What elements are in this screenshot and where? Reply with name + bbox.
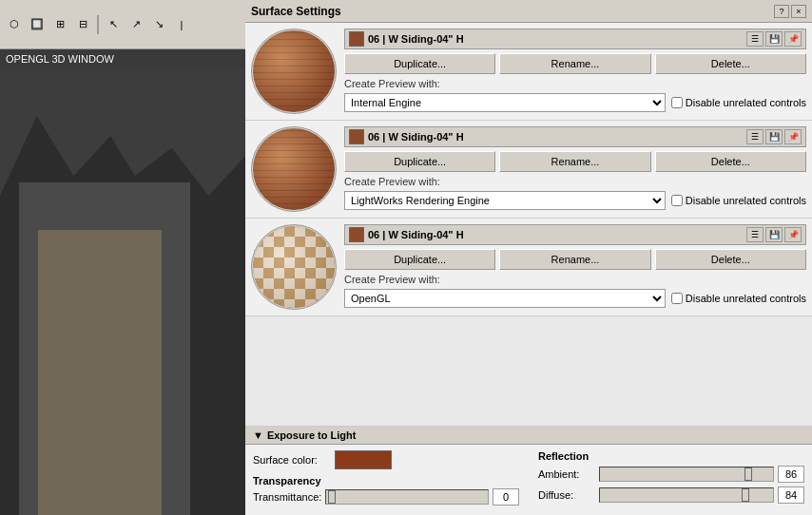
surface-name-1: 06 | W Siding-04" H — [368, 33, 464, 45]
pin-icon-1[interactable]: 📌 — [784, 31, 802, 47]
toolbar-btn-5[interactable]: ↖ — [103, 14, 124, 35]
surface-color-swatch[interactable] — [335, 450, 392, 469]
surface-item-3: 06 | W Siding-04" H ☰ 💾 📌 Duplicate... R… — [245, 219, 812, 316]
preview-row-3: Create Preview with: — [344, 274, 806, 285]
save-icon-3[interactable]: 💾 — [765, 227, 783, 242]
toolbar-btn-7[interactable]: ↘ — [148, 14, 169, 35]
duplicate-btn-2[interactable]: Duplicate... — [344, 151, 495, 172]
menu-icon-1[interactable]: ☰ — [746, 31, 764, 47]
surface-name-group-3: 06 | W Siding-04" H — [349, 227, 464, 242]
transmittance-value[interactable]: 0 — [493, 488, 519, 505]
engine-select-3[interactable]: Internal Engine LightWorks Rendering Eng… — [344, 289, 666, 308]
color-swatch-3[interactable] — [349, 227, 364, 242]
disable-checkbox-1[interactable] — [671, 97, 683, 108]
save-icon-2[interactable]: 💾 — [765, 129, 783, 144]
pin-icon-2[interactable]: 📌 — [784, 129, 802, 144]
viewport — [0, 68, 245, 515]
toolbar-btn-1[interactable]: ⬡ — [4, 14, 25, 35]
toolbar-btn-4[interactable]: ⊟ — [72, 14, 93, 35]
surface-preview-2 — [251, 126, 337, 212]
reflection-label: Reflection — [538, 450, 804, 462]
sphere-wood-2 — [253, 128, 335, 210]
transmittance-thumb[interactable] — [328, 490, 336, 504]
toolbar-btn-8[interactable]: | — [171, 14, 192, 35]
surface-controls-3: 06 | W Siding-04" H ☰ 💾 📌 Duplicate... R… — [344, 224, 806, 310]
help-button[interactable]: ? — [774, 5, 789, 18]
color-swatch-1[interactable] — [349, 31, 364, 47]
title-bar-controls: ? × — [774, 5, 806, 18]
close-button[interactable]: × — [791, 5, 806, 18]
diffuse-label: Diffuse: — [538, 489, 595, 501]
transmittance-row: Transmittance: 0 — [253, 488, 519, 505]
menu-icon-3[interactable]: ☰ — [746, 227, 764, 242]
header-icons-1: ☰ 💾 📌 — [746, 31, 802, 47]
exposure-content: Surface color: Transparency Transmittanc… — [245, 445, 812, 515]
building-trim — [38, 230, 162, 515]
separator-1 — [97, 15, 99, 34]
transmittance-slider[interactable] — [325, 489, 489, 505]
diffuse-value[interactable]: 84 — [778, 486, 804, 504]
disable-label-1: Disable unrelated controls — [686, 97, 806, 108]
title-bar-title: Surface Settings — [251, 5, 341, 18]
exposure-header[interactable]: ▼ Exposure to Light — [245, 427, 812, 445]
transparency-label: Transparency — [253, 475, 519, 486]
disable-label-2: Disable unrelated controls — [686, 195, 806, 206]
transmittance-label: Transmittance: — [253, 491, 321, 503]
diffuse-thumb[interactable] — [742, 488, 749, 502]
engine-row-3: Internal Engine LightWorks Rendering Eng… — [344, 289, 806, 308]
rename-btn-3[interactable]: Rename... — [499, 249, 650, 270]
preview-row-1: Create Preview with: — [344, 78, 806, 89]
bottom-panel: ▼ Exposure to Light Surface color: Trans… — [245, 426, 812, 515]
color-swatch-2[interactable] — [349, 129, 364, 144]
surface-controls-1: 06 | W Siding-04" H ☰ 💾 📌 Duplicate... R… — [344, 29, 806, 114]
preview-label-3: Create Preview with: — [344, 274, 440, 285]
duplicate-btn-3[interactable]: Duplicate... — [344, 249, 495, 270]
surface-controls-2: 06 | W Siding-04" H ☰ 💾 📌 Duplicate... R… — [344, 126, 806, 212]
toolbar-btn-2[interactable]: 🔲 — [27, 14, 48, 35]
collapse-arrow-icon: ▼ — [253, 429, 263, 441]
btn-row-3: Duplicate... Rename... Delete... — [344, 249, 806, 270]
rename-btn-2[interactable]: Rename... — [499, 151, 650, 172]
menu-icon-2[interactable]: ☰ — [746, 129, 764, 144]
pin-icon-3[interactable]: 📌 — [784, 227, 802, 242]
ambient-value[interactable]: 86 — [778, 466, 804, 483]
duplicate-btn-1[interactable]: Duplicate... — [344, 53, 495, 74]
exposure-title: Exposure to Light — [267, 429, 357, 441]
surface-name-2: 06 | W Siding-04" H — [368, 131, 464, 143]
surface-name-group-1: 06 | W Siding-04" H — [349, 31, 464, 47]
surface-preview-1 — [251, 29, 337, 114]
preview-row-2: Create Preview with: — [344, 176, 806, 187]
disable-checkbox-2[interactable] — [671, 195, 683, 206]
toolbar-btn-6[interactable]: ↗ — [126, 14, 146, 35]
surface-name-group-2: 06 | W Siding-04" H — [349, 129, 464, 144]
ambient-label: Ambient: — [538, 468, 595, 480]
header-icons-2: ☰ 💾 📌 — [746, 129, 802, 144]
disable-checkbox-3[interactable] — [671, 293, 683, 304]
surfaces-list: 06 | W Siding-04" H ☰ 💾 📌 Duplicate... R… — [245, 23, 812, 426]
engine-select-2[interactable]: Internal Engine LightWorks Rendering Eng… — [344, 191, 666, 210]
diffuse-row: Diffuse: 84 — [538, 486, 804, 504]
surface-item-1: 06 | W Siding-04" H ☰ 💾 📌 Duplicate... R… — [245, 23, 812, 121]
surface-header-3: 06 | W Siding-04" H ☰ 💾 📌 — [344, 224, 806, 245]
toolbar-btn-3[interactable]: ⊞ — [49, 14, 70, 35]
delete-btn-3[interactable]: Delete... — [655, 249, 806, 270]
engine-row-1: Internal Engine LightWorks Rendering Eng… — [344, 93, 806, 112]
btn-row-2: Duplicate... Rename... Delete... — [344, 151, 806, 172]
ambient-thumb[interactable] — [744, 467, 752, 481]
delete-btn-2[interactable]: Delete... — [655, 151, 806, 172]
ambient-slider[interactable] — [599, 467, 774, 482]
rename-btn-1[interactable]: Rename... — [499, 53, 650, 74]
surface-preview-3 — [251, 224, 337, 310]
btn-row-1: Duplicate... Rename... Delete... — [344, 53, 806, 74]
engine-select-1[interactable]: Internal Engine LightWorks Rendering Eng… — [344, 93, 666, 112]
surface-header-1: 06 | W Siding-04" H ☰ 💾 📌 — [344, 29, 806, 49]
left-panel: ⬡ 🔲 ⊞ ⊟ ↖ ↗ ↘ | OPENGL 3D WINDOW — [0, 0, 245, 515]
opengl-label: OPENGL 3D WINDOW — [0, 49, 245, 68]
diffuse-slider[interactable] — [599, 487, 774, 503]
save-icon-1[interactable]: 💾 — [765, 31, 783, 47]
disable-label-3: Disable unrelated controls — [686, 293, 806, 304]
title-bar: Surface Settings ? × — [245, 0, 812, 23]
surface-item-2: 06 | W Siding-04" H ☰ 💾 📌 Duplicate... R… — [245, 121, 812, 219]
delete-btn-1[interactable]: Delete... — [655, 53, 806, 74]
disable-check-group-2: Disable unrelated controls — [671, 195, 806, 206]
